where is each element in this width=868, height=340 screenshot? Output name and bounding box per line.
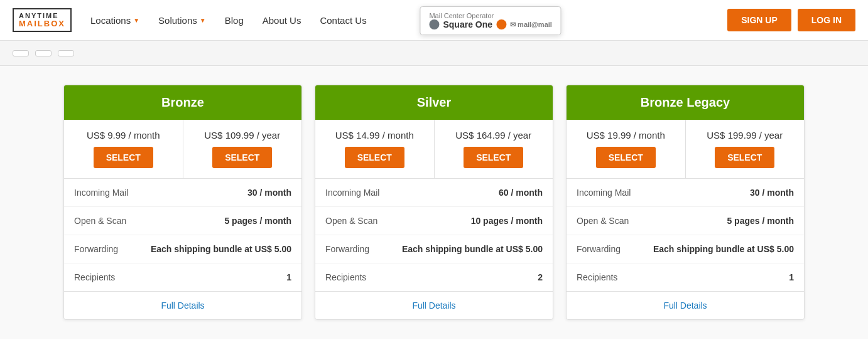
feature-value: 5 pages / month bbox=[224, 216, 291, 226]
feature-row: Open & Scan5 pages / month bbox=[64, 207, 301, 235]
plan-pricing-silver: US$ 14.99 / monthSELECTUS$ 164.99 / year… bbox=[315, 120, 553, 179]
nav-contact[interactable]: Contact Us bbox=[320, 15, 366, 26]
plan-yearly-price-bronze: US$ 109.99 / year bbox=[190, 130, 296, 141]
feature-row: Incoming Mail30 / month bbox=[64, 179, 301, 207]
plan-header-silver: Silver bbox=[315, 85, 553, 120]
feature-label: Incoming Mail bbox=[325, 188, 379, 198]
feature-value: 5 pages / month bbox=[727, 216, 794, 226]
plan-card-silver: SilverUS$ 14.99 / monthSELECTUS$ 164.99 … bbox=[315, 85, 553, 320]
filter-pill-3[interactable] bbox=[58, 50, 74, 56]
filter-pill-1[interactable] bbox=[13, 50, 29, 56]
plan-features-bronze-legacy: Incoming Mail30 / monthOpen & Scan5 page… bbox=[567, 179, 804, 291]
feature-label: Open & Scan bbox=[577, 216, 629, 226]
operator-name: Square One ✉ mail@mail bbox=[429, 19, 551, 29]
feature-value: 2 bbox=[538, 272, 543, 282]
nav-buttons: SIGN UP LOG IN bbox=[727, 9, 855, 31]
plan-monthly-col-bronze: US$ 9.99 / monthSELECT bbox=[64, 120, 183, 178]
operator-icon bbox=[429, 19, 439, 29]
operator-popup: Mail Center Operator Square One ✉ mail@m… bbox=[420, 6, 561, 35]
nav-about[interactable]: About Us bbox=[263, 15, 301, 26]
feature-row: ForwardingEach shipping bundle at US$ 5.… bbox=[64, 235, 301, 263]
plan-yearly-price-bronze-legacy: US$ 199.99 / year bbox=[692, 130, 798, 141]
feature-label: Recipients bbox=[577, 272, 617, 282]
plan-monthly-col-bronze-legacy: US$ 19.99 / monthSELECT bbox=[567, 120, 686, 178]
plan-header-bronze-legacy: Bronze Legacy bbox=[567, 85, 804, 120]
feature-value: 30 / month bbox=[247, 188, 291, 198]
plan-monthly-price-bronze: US$ 9.99 / month bbox=[70, 130, 176, 141]
operator-title: Mail Center Operator bbox=[429, 12, 551, 19]
plan-features-silver: Incoming Mail60 / monthOpen & Scan10 pag… bbox=[315, 179, 553, 291]
plan-pricing-bronze-legacy: US$ 19.99 / monthSELECTUS$ 199.99 / year… bbox=[567, 120, 804, 179]
feature-row: Open & Scan10 pages / month bbox=[315, 207, 553, 235]
feature-row: Open & Scan5 pages / month bbox=[567, 207, 804, 235]
logo[interactable]: ANYTIME MAILBOX bbox=[13, 8, 72, 32]
full-details-link-bronze-legacy[interactable]: Full Details bbox=[663, 300, 707, 311]
feature-value: Each shipping bundle at US$ 5.00 bbox=[151, 244, 291, 254]
feature-label: Incoming Mail bbox=[577, 188, 631, 198]
feature-row: ForwardingEach shipping bundle at US$ 5.… bbox=[315, 235, 553, 263]
signup-button[interactable]: SIGN UP bbox=[727, 9, 791, 31]
plan-yearly-select-bronze-legacy[interactable]: SELECT bbox=[715, 147, 774, 168]
feature-row: Incoming Mail60 / month bbox=[315, 179, 553, 207]
feature-row: Recipients2 bbox=[315, 263, 553, 291]
filter-pill-2[interactable] bbox=[35, 50, 52, 56]
feature-value: 10 pages / month bbox=[471, 216, 543, 226]
full-details-row-bronze: Full Details bbox=[64, 291, 301, 319]
chevron-down-icon: ▼ bbox=[200, 17, 206, 24]
nav-solutions[interactable]: Solutions ▼ bbox=[158, 15, 206, 26]
feature-row: Incoming Mail30 / month bbox=[567, 179, 804, 207]
plan-yearly-select-silver[interactable]: SELECT bbox=[464, 147, 523, 168]
feature-label: Open & Scan bbox=[325, 216, 377, 226]
plan-pricing-bronze: US$ 9.99 / monthSELECTUS$ 109.99 / yearS… bbox=[64, 120, 301, 179]
full-details-link-bronze[interactable]: Full Details bbox=[161, 300, 204, 311]
feature-label: Forwarding bbox=[325, 244, 369, 254]
mail-icon bbox=[496, 19, 506, 29]
plan-monthly-select-bronze[interactable]: SELECT bbox=[94, 147, 153, 168]
chevron-down-icon: ▼ bbox=[133, 17, 139, 24]
plan-card-bronze: BronzeUS$ 9.99 / monthSELECTUS$ 109.99 /… bbox=[63, 85, 302, 320]
plan-yearly-col-bronze: US$ 109.99 / yearSELECT bbox=[183, 120, 302, 178]
main-content: BronzeUS$ 9.99 / monthSELECTUS$ 109.99 /… bbox=[0, 66, 868, 339]
feature-row: Recipients1 bbox=[64, 263, 301, 291]
plan-monthly-col-silver: US$ 14.99 / monthSELECT bbox=[315, 120, 435, 178]
filter-bar bbox=[0, 41, 868, 66]
feature-value: Each shipping bundle at US$ 5.00 bbox=[402, 244, 543, 254]
plan-yearly-select-bronze[interactable]: SELECT bbox=[212, 147, 272, 168]
navbar: ANYTIME MAILBOX Locations ▼ Solutions ▼ … bbox=[0, 0, 868, 41]
feature-label: Recipients bbox=[74, 272, 115, 282]
full-details-row-silver: Full Details bbox=[315, 291, 553, 319]
plan-monthly-select-silver[interactable]: SELECT bbox=[345, 147, 404, 168]
feature-row: ForwardingEach shipping bundle at US$ 5.… bbox=[567, 235, 804, 263]
feature-value: Each shipping bundle at US$ 5.00 bbox=[653, 244, 794, 254]
feature-label: Forwarding bbox=[74, 244, 118, 254]
feature-value: 30 / month bbox=[750, 188, 794, 198]
nav-locations[interactable]: Locations ▼ bbox=[90, 15, 139, 26]
feature-value: 60 / month bbox=[499, 188, 543, 198]
feature-label: Open & Scan bbox=[74, 216, 126, 226]
feature-value: 1 bbox=[789, 272, 794, 282]
plan-monthly-select-bronze-legacy[interactable]: SELECT bbox=[596, 147, 656, 168]
plan-features-bronze: Incoming Mail30 / monthOpen & Scan5 page… bbox=[64, 179, 301, 291]
feature-value: 1 bbox=[286, 272, 291, 282]
login-button[interactable]: LOG IN bbox=[798, 9, 855, 31]
plan-yearly-col-silver: US$ 164.99 / yearSELECT bbox=[435, 120, 553, 178]
feature-label: Recipients bbox=[325, 272, 366, 282]
plan-yearly-price-silver: US$ 164.99 / year bbox=[441, 130, 547, 141]
feature-row: Recipients1 bbox=[567, 263, 804, 291]
plan-card-bronze-legacy: Bronze LegacyUS$ 19.99 / monthSELECTUS$ … bbox=[566, 85, 805, 320]
plan-monthly-price-silver: US$ 14.99 / month bbox=[322, 130, 428, 141]
plan-monthly-price-bronze-legacy: US$ 19.99 / month bbox=[573, 130, 679, 141]
feature-label: Incoming Mail bbox=[74, 188, 128, 198]
plan-yearly-col-bronze-legacy: US$ 199.99 / yearSELECT bbox=[686, 120, 805, 178]
nav-links: Locations ▼ Solutions ▼ Blog About Us Co… bbox=[90, 15, 727, 26]
nav-blog[interactable]: Blog bbox=[225, 15, 244, 26]
full-details-row-bronze-legacy: Full Details bbox=[567, 291, 804, 319]
feature-label: Forwarding bbox=[577, 244, 621, 254]
plans-row: BronzeUS$ 9.99 / monthSELECTUS$ 109.99 /… bbox=[25, 85, 843, 320]
plan-header-bronze: Bronze bbox=[64, 85, 301, 120]
full-details-link-silver[interactable]: Full Details bbox=[412, 300, 455, 311]
